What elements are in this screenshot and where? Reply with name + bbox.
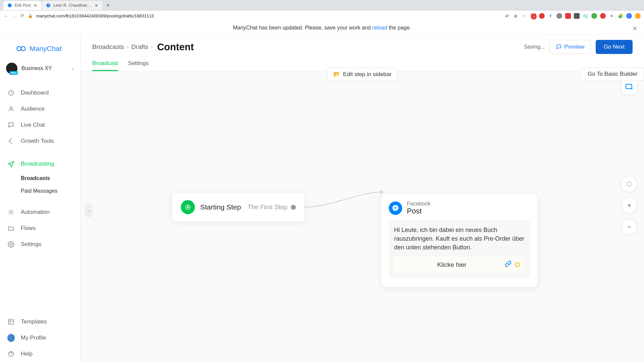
reload-icon[interactable]: ⟳ <box>20 13 24 19</box>
sidebar-item-growth[interactable]: Growth Tools <box>0 133 80 149</box>
gear-icon <box>7 241 15 248</box>
new-tab-button[interactable]: + <box>103 2 113 9</box>
close-icon[interactable]: ✕ <box>632 25 637 32</box>
cta-button[interactable]: Klicke hier <box>394 256 525 273</box>
preview-button[interactable]: Preview <box>549 40 591 54</box>
sidebar-item-paid[interactable]: Paid Messages <box>21 185 80 197</box>
forward-icon[interactable]: → <box>12 13 17 19</box>
sidebar-item-settings[interactable]: Settings <box>0 236 80 252</box>
svg-text:f: f <box>48 4 49 7</box>
output-port[interactable] <box>515 262 520 267</box>
profile-avatar-icon <box>7 334 15 342</box>
svg-rect-12 <box>626 84 632 88</box>
ext-dark-icon[interactable] <box>574 13 580 19</box>
workspace-selector[interactable]: PRO Business XY ⌄ <box>0 59 80 78</box>
zoom-icon[interactable]: ⊕ <box>513 13 519 19</box>
ext-grey-icon[interactable] <box>556 13 562 19</box>
auto-arrange-button[interactable] <box>621 176 637 192</box>
ext-list-icon[interactable]: ≡ <box>609 13 614 19</box>
basic-builder-button[interactable]: Go To Basic Builder <box>582 67 644 81</box>
translate-icon[interactable]: ⇄ <box>504 13 510 19</box>
nav-label: Dashboard <box>21 89 49 96</box>
header-actions: Saving... Preview Go Next <box>524 40 633 54</box>
ext-red3-icon[interactable] <box>600 13 606 19</box>
workspace-avatar: PRO <box>6 63 17 74</box>
flow-canvas[interactable]: › Starting Step The First Step <box>81 71 644 362</box>
tab-facebook[interactable]: f Leon R. Chaudhari | Facebook ✕ <box>42 1 102 10</box>
nav-label: Live Chat <box>21 122 45 128</box>
node-subtitle: The First Step <box>248 203 287 211</box>
svg-rect-9 <box>9 319 14 324</box>
nav-label: Automation <box>21 209 50 216</box>
ext-fb-icon[interactable]: f <box>548 13 553 19</box>
content-area: Broadcasts › Drafts › Content Saving... … <box>81 35 644 362</box>
update-banner: ManyChat has been updated. Please, save … <box>0 21 644 35</box>
breadcrumb[interactable]: Broadcasts <box>92 43 124 51</box>
ext-iq-icon[interactable]: IQ <box>583 13 588 19</box>
ext-1-icon[interactable]: 🟥3 <box>530 13 536 19</box>
ext-orange-icon[interactable] <box>635 13 641 19</box>
sub-nav: Broadcasts Paid Messages <box>0 172 80 197</box>
link-icon <box>505 260 512 269</box>
svg-point-6 <box>10 107 12 109</box>
chat-icon <box>7 121 15 129</box>
sidebar-item-templates[interactable]: Templates <box>0 314 80 330</box>
logo[interactable]: ManyChat <box>0 35 80 59</box>
puzzle-icon[interactable]: 🧩 <box>618 13 623 19</box>
sidebar-item-audience[interactable]: Audience <box>0 101 80 117</box>
close-icon[interactable]: ✕ <box>95 3 98 8</box>
saving-status: Saving... <box>524 44 545 50</box>
starting-step-node[interactable]: Starting Step The First Step <box>172 193 305 222</box>
sidebar-item-dashboard[interactable]: Dashboard <box>0 85 80 101</box>
tab-edit-post[interactable]: Edit Post ✕ <box>3 1 41 10</box>
sidebar-item-broadcasting[interactable]: Broadcasting <box>0 156 80 172</box>
post-node[interactable]: Facebook Post Hi Leute, ich bin dabei ei… <box>381 194 537 287</box>
ext-green-icon[interactable] <box>591 13 597 19</box>
collapse-handle[interactable]: › <box>85 204 93 217</box>
post-type: Post <box>407 207 430 216</box>
add-panel-button[interactable] <box>621 79 637 95</box>
tab-bar: Edit Post ✕ f Leon R. Chaudhari | Facebo… <box>0 0 644 11</box>
back-icon[interactable]: ← <box>3 13 8 19</box>
ext-red-icon[interactable] <box>539 13 545 19</box>
page-title: Content <box>157 42 194 53</box>
sidebar-item-profile[interactable]: My Profile <box>0 330 80 346</box>
sidebar-item-automation[interactable]: Automation <box>0 204 80 220</box>
banner-text-post: the page. <box>387 25 411 31</box>
sidebar-item-broadcasts[interactable]: Broadcasts <box>21 172 80 185</box>
nav-label: Templates <box>21 318 47 325</box>
cta-label: Klicke hier <box>399 261 505 268</box>
output-port[interactable] <box>291 205 296 210</box>
address-bar: ← → ⟳ 🔒 manychat.com/fb181039442408309/p… <box>0 11 644 21</box>
breadcrumb[interactable]: Drafts <box>131 43 148 51</box>
sidebar-item-help[interactable]: Help <box>0 346 80 362</box>
sidebar-item-livechat[interactable]: Live Chat <box>0 117 80 133</box>
nav-label: Settings <box>21 241 41 248</box>
url-text[interactable]: manychat.com/fb181039442408309/posting/d… <box>36 13 501 18</box>
reload-link[interactable]: reload <box>372 25 387 31</box>
platform-label: Facebook <box>407 201 430 207</box>
zoom-in-button[interactable]: + <box>621 197 637 214</box>
svg-point-4 <box>21 47 25 51</box>
go-next-button[interactable]: Go Next <box>596 40 633 54</box>
svg-point-7 <box>10 212 12 213</box>
edit-step-button[interactable]: 📂 Edit step in sidebar <box>327 67 398 81</box>
canvas-toolbar: 📂 Edit step in sidebar <box>81 67 644 81</box>
growth-icon <box>7 137 15 145</box>
star-icon[interactable]: ☆ <box>522 13 527 19</box>
zoom-out-button[interactable]: − <box>621 219 637 235</box>
post-header-text: Facebook Post <box>407 201 430 216</box>
page-header: Broadcasts › Drafts › Content Saving... … <box>81 35 644 71</box>
folder-icon <box>7 225 15 232</box>
svg-point-0 <box>8 3 12 7</box>
sidebar-item-flows[interactable]: Flows <box>0 220 80 236</box>
close-icon[interactable]: ✕ <box>34 3 37 8</box>
post-node-header: Facebook Post <box>389 201 530 216</box>
chevron-right-icon: › <box>127 44 128 50</box>
avatar-icon[interactable] <box>626 13 632 19</box>
ext-red2-icon[interactable] <box>565 13 571 19</box>
nav-label: Audience <box>21 106 45 112</box>
chevron-down-icon: ⌄ <box>71 66 74 71</box>
app-shell: ManyChat PRO Business XY ⌄ Dashboard Aud… <box>0 35 644 362</box>
sidebar: ManyChat PRO Business XY ⌄ Dashboard Aud… <box>0 35 81 362</box>
